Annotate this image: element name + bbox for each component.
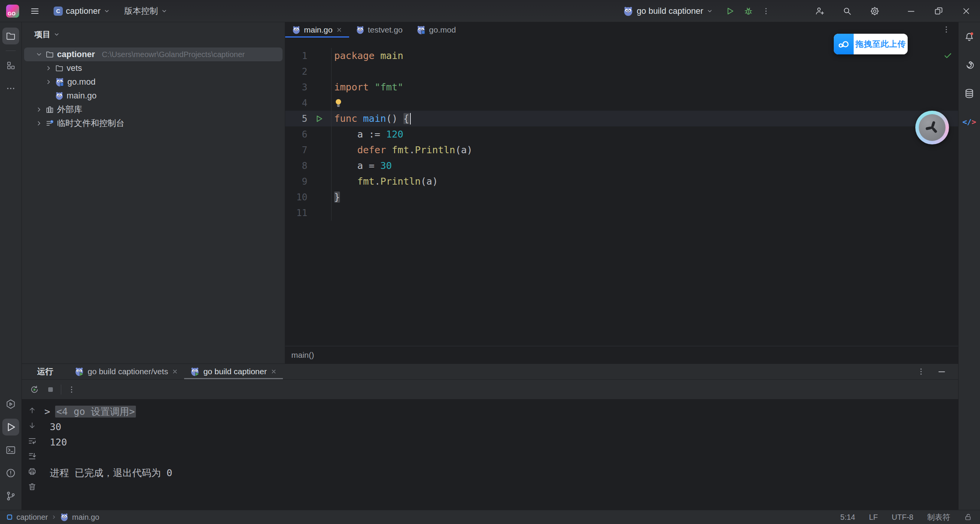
code-line-7[interactable]: 7 defer fmt.Println(a) (285, 142, 958, 158)
tool-problems-button[interactable] (2, 465, 19, 481)
code-line-11[interactable]: 11 (285, 205, 958, 221)
editor-options-icon[interactable] (942, 25, 951, 34)
editor-tab-testvet.go[interactable]: testvet.go (349, 22, 410, 38)
run-panel-hide-button[interactable] (936, 366, 947, 377)
status-file-name[interactable]: main.go (72, 513, 99, 522)
vcs-widget[interactable]: 版本控制 (121, 3, 170, 19)
run-button[interactable] (723, 4, 737, 18)
debug-button[interactable] (741, 4, 756, 18)
stop-button[interactable] (46, 385, 56, 395)
tool-structure-button[interactable] (2, 57, 19, 74)
ai-assistant-button[interactable] (961, 57, 978, 74)
code-line-2[interactable]: 2 (285, 64, 958, 79)
tree-item-go.mod[interactable]: go.mod (24, 75, 283, 89)
debug-bug-icon (743, 6, 753, 16)
clear-console-button[interactable] (27, 481, 38, 492)
search-everywhere-button[interactable] (840, 4, 854, 18)
project-icon (6, 514, 13, 521)
more-tool-windows-button[interactable] (2, 80, 19, 97)
floating-assistant-ball[interactable] (915, 111, 949, 144)
scroll-to-end-button[interactable] (27, 451, 38, 462)
upload-overlay-button[interactable]: 拖拽至此上传 (834, 34, 908, 54)
tree-item-外部库[interactable]: 外部库 (24, 103, 283, 116)
chevron-down-icon (104, 8, 110, 14)
search-icon (842, 6, 852, 16)
project-panel: 项目 captionerC:\Users\meowr\GolandProject… (22, 22, 285, 364)
window-close-button[interactable] (952, 4, 980, 18)
window-restore-button[interactable] (925, 4, 952, 18)
console-prompt: > (44, 404, 50, 419)
code-text: package main (332, 50, 403, 61)
tree-item-vets[interactable]: vets (24, 61, 283, 75)
line-separator[interactable]: LF (869, 513, 878, 522)
editor-tab-main.go[interactable]: main.go (285, 22, 349, 38)
notifications-button[interactable] (961, 28, 978, 45)
run-tab-label: go build captioner/vets (88, 367, 168, 376)
status-project-name[interactable]: captioner (16, 513, 48, 522)
code-line-10[interactable]: 10} (285, 189, 958, 205)
chevron-right-icon[interactable] (36, 120, 42, 127)
code-line-6[interactable]: 6 a := 120 (285, 126, 958, 142)
tool-services-button[interactable] (2, 396, 19, 413)
run-tab-go build captioner[interactable]: go build captioner (184, 364, 283, 379)
gutter: 10 (285, 189, 332, 205)
code-area[interactable]: 1package main23import "fmt"45func main()… (285, 38, 958, 346)
run-configuration-widget[interactable]: go build captioner (620, 4, 716, 18)
soft-wrap-button[interactable] (27, 436, 38, 446)
project-panel-title: 项目 (34, 29, 51, 40)
code-line-3[interactable]: 3import "fmt" (285, 79, 958, 95)
tree-item-main.go[interactable]: main.go (24, 89, 283, 103)
run-tab-go build captioner/vets[interactable]: go build captioner/vets (69, 364, 184, 379)
print-button[interactable] (27, 466, 38, 477)
intention-bulb-icon[interactable] (334, 98, 343, 108)
chevron-right-icon[interactable] (45, 65, 52, 72)
tool-terminal-button[interactable] (2, 442, 19, 458)
endpoints-button[interactable]: </> (961, 113, 978, 130)
gutter: 5 (285, 111, 332, 126)
chevron-right-icon[interactable] (36, 106, 42, 113)
left-tool-stripe (0, 22, 22, 510)
database-button[interactable] (961, 85, 978, 102)
rerun-button[interactable] (29, 384, 40, 395)
window-minimize-button[interactable] (897, 4, 925, 18)
inspections-ok-icon[interactable] (943, 51, 953, 61)
tree-item-临时文件和控制台[interactable]: 临时文件和控制台 (24, 116, 283, 130)
tool-project-button[interactable] (2, 28, 19, 44)
bell-icon (964, 31, 975, 42)
indent-style[interactable]: 制表符 (927, 512, 950, 522)
caret-position[interactable]: 5:14 (840, 513, 855, 522)
minimize-icon (937, 367, 947, 377)
tool-git-button[interactable] (2, 488, 19, 504)
line-number: 1 (285, 51, 307, 61)
code-line-8[interactable]: 8 a = 30 (285, 158, 958, 174)
breadcrumb[interactable]: main() (291, 350, 314, 360)
readonly-toggle[interactable] (964, 513, 972, 521)
goland-window: GO C captioner 版本控制 go build captioner (0, 0, 980, 524)
kebab-menu-icon (762, 7, 770, 15)
code-line-9[interactable]: 9 fmt.Println(a) (285, 174, 958, 189)
chevron-right-icon (51, 514, 57, 520)
editor-tab-go.mod[interactable]: go.mod (410, 22, 463, 38)
more-run-options-button[interactable] (760, 5, 773, 18)
console-options-button[interactable] (67, 385, 77, 395)
run-panel-options-button[interactable] (916, 367, 926, 377)
code-with-me-button[interactable] (812, 4, 827, 18)
file-encoding[interactable]: UTF-8 (892, 513, 913, 522)
settings-button[interactable] (867, 4, 882, 18)
main-menu-button[interactable] (28, 4, 42, 18)
chevron-down-icon[interactable] (36, 51, 42, 58)
tree-item-captioner[interactable]: captionerC:\Users\meowr\GolandProjects\c… (24, 47, 283, 61)
project-panel-header[interactable]: 项目 (22, 27, 285, 42)
chevron-right-icon[interactable] (45, 79, 52, 85)
console-command[interactable]: <4 go 设置调用> (55, 406, 136, 418)
console-output[interactable]: ><4 go 设置调用> 30120 进程 已完成，退出代码为 0 (42, 400, 958, 510)
tool-run-button[interactable] (2, 419, 19, 436)
line-number: 7 (285, 145, 307, 156)
project-widget[interactable]: C captioner (51, 4, 113, 18)
navigate-up-button[interactable] (27, 405, 38, 416)
navigate-down-button[interactable] (27, 420, 38, 431)
gutter: 11 (285, 205, 332, 221)
run-line-gutter-icon[interactable] (307, 115, 331, 123)
code-line-5[interactable]: 5func main() { (285, 111, 958, 126)
code-line-4[interactable]: 4 (285, 95, 958, 111)
